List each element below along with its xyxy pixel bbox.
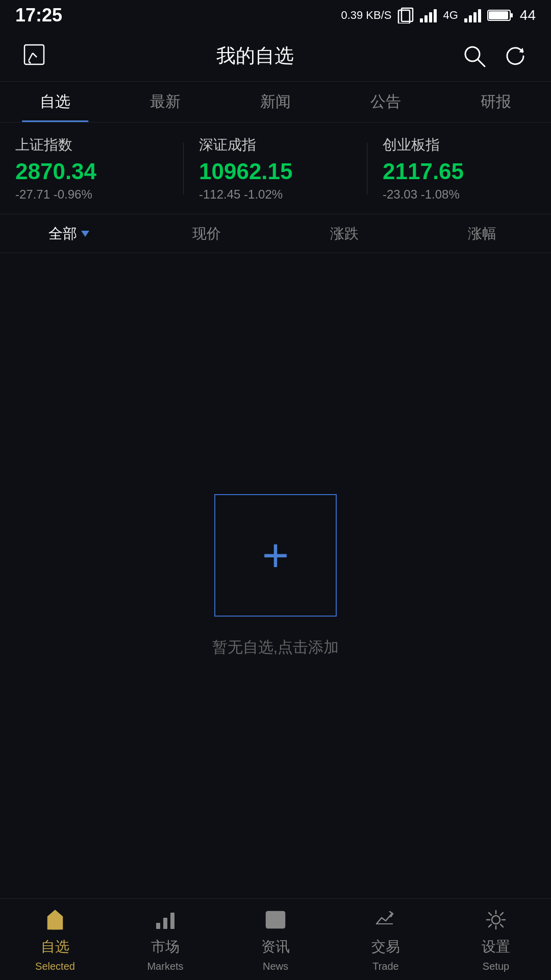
network-type: 4G (443, 9, 458, 22)
empty-hint: 暂无自选,点击添加 (212, 637, 339, 658)
setup-icon (483, 906, 509, 933)
sort-price[interactable]: 现价 (138, 214, 276, 253)
status-right: 0.39 KB/S 4G 44 (341, 7, 536, 23)
signal-icon-1 (420, 8, 437, 22)
svg-line-6 (29, 53, 33, 61)
battery-level: 44 (520, 7, 536, 23)
search-button[interactable] (459, 41, 490, 71)
sort-bar: 全部 现价 涨跌 涨幅 (0, 214, 551, 253)
bottom-nav-trade[interactable]: 交易 Trade (331, 899, 441, 980)
index-shenzhen[interactable]: 深证成指 10962.15 -112.45 -1.02% (184, 125, 367, 212)
sort-triangle-icon (81, 231, 89, 237)
svg-point-23 (492, 916, 500, 924)
add-watchlist-button[interactable]: + (214, 494, 337, 617)
bottom-nav: 自选 Selected 市场 Markets 资讯 News (0, 898, 551, 980)
bottom-nav-markets[interactable]: 市场 Markets (110, 899, 220, 980)
svg-rect-15 (156, 923, 160, 929)
header: 我的自选 (0, 31, 551, 82)
battery-icon (487, 8, 514, 22)
svg-rect-16 (163, 918, 167, 929)
sort-change[interactable]: 涨跌 (276, 214, 413, 253)
plus-icon: + (262, 532, 289, 578)
network-speed: 0.39 KB/S (341, 9, 391, 22)
status-time: 17:25 (15, 5, 62, 26)
svg-rect-14 (52, 922, 58, 929)
svg-line-8 (29, 61, 31, 63)
sort-percent[interactable]: 涨幅 (413, 214, 551, 253)
selected-icon (42, 906, 68, 933)
tab-announcement[interactable]: 公告 (331, 82, 441, 122)
trade-icon (372, 906, 399, 933)
nav-tabs: 自选 最新 新闻 公告 研报 (0, 82, 551, 122)
svg-rect-3 (510, 13, 513, 17)
tab-news[interactable]: 新闻 (220, 82, 331, 122)
header-actions (459, 41, 531, 71)
edit-button[interactable] (20, 41, 51, 71)
tab-selected[interactable]: 自选 (0, 82, 110, 122)
svg-rect-4 (489, 11, 508, 19)
status-bar: 17:25 0.39 KB/S 4G 44 (0, 0, 551, 31)
page-title: 我的自选 (51, 43, 459, 69)
copy-icon (397, 7, 414, 23)
index-shanghai[interactable]: 上证指数 2870.34 -27.71 -0.96% (0, 125, 184, 212)
sort-all[interactable]: 全部 (0, 214, 138, 253)
markets-icon (152, 906, 179, 933)
content-area: + 暂无自选,点击添加 (0, 253, 551, 898)
signal-icon-2 (464, 8, 481, 22)
bottom-nav-selected[interactable]: 自选 Selected (0, 899, 110, 980)
svg-rect-18 (266, 912, 285, 928)
tab-latest[interactable]: 最新 (110, 82, 220, 122)
bottom-nav-setup[interactable]: 设置 Setup (441, 899, 551, 980)
news-icon (262, 906, 289, 933)
svg-rect-17 (170, 913, 174, 929)
svg-line-10 (478, 59, 485, 66)
svg-line-7 (33, 53, 37, 57)
refresh-button[interactable] (500, 41, 531, 71)
tab-research[interactable]: 研报 (441, 82, 551, 122)
indices-row: 上证指数 2870.34 -27.71 -0.96% 深证成指 10962.15… (0, 122, 551, 214)
index-chinext[interactable]: 创业板指 2117.65 -23.03 -1.08% (367, 125, 551, 212)
bottom-nav-news[interactable]: 资讯 News (220, 899, 331, 980)
